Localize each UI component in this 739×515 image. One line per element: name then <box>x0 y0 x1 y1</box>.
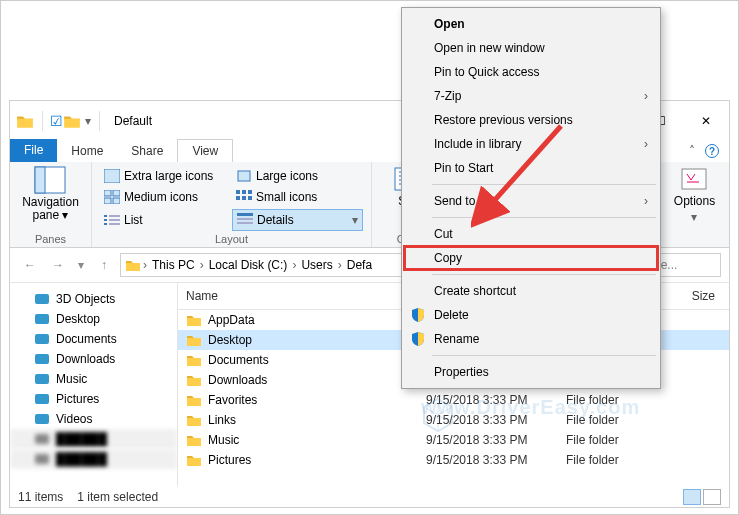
tree-item[interactable]: ██████ <box>10 429 177 449</box>
tab-file[interactable]: File <box>10 139 57 163</box>
folder-icon <box>186 373 202 387</box>
tree-item[interactable]: Downloads <box>10 349 177 369</box>
tree-item[interactable]: Pictures <box>10 389 177 409</box>
svg-rect-4 <box>104 190 111 196</box>
crumb-default[interactable]: Defa <box>344 258 375 272</box>
tree-item[interactable]: 3D Objects <box>10 289 177 309</box>
view-toggle <box>683 489 721 505</box>
navigation-pane-button[interactable]: Navigationpane ▾ <box>22 166 79 222</box>
status-selected: 1 item selected <box>77 490 158 504</box>
folder-icon <box>125 258 141 272</box>
svg-rect-28 <box>35 354 49 364</box>
crumb-users[interactable]: Users <box>298 258 335 272</box>
options-group: Options ▾ <box>659 162 729 247</box>
svg-rect-29 <box>35 374 49 384</box>
svg-rect-26 <box>35 314 49 324</box>
chevron-right-icon: › <box>644 194 648 208</box>
ctx-open[interactable]: Open <box>404 12 658 36</box>
back-button[interactable]: ← <box>18 253 42 277</box>
options-button[interactable]: Options ▾ <box>674 166 715 224</box>
folder-icon[interactable] <box>63 113 81 129</box>
crumb-this-pc[interactable]: This PC <box>149 258 198 272</box>
folder-icon <box>186 393 202 407</box>
separator <box>432 217 656 218</box>
tree-item-label: Documents <box>56 332 117 346</box>
folder-icon <box>186 313 202 327</box>
table-row[interactable]: Pictures9/15/2018 3:33 PMFile folder <box>178 450 729 470</box>
chevron-right-icon[interactable]: › <box>292 258 296 272</box>
svg-rect-22 <box>237 222 253 224</box>
ctx-pin-quick-access[interactable]: Pin to Quick access <box>404 60 658 84</box>
svg-rect-25 <box>35 294 49 304</box>
thumbnails-view-toggle[interactable] <box>703 489 721 505</box>
folder-icon <box>16 113 34 129</box>
file-name: Favorites <box>208 393 257 407</box>
svg-rect-15 <box>104 219 107 221</box>
svg-rect-33 <box>35 454 49 464</box>
svg-rect-14 <box>104 215 107 217</box>
qat-properties-icon[interactable]: ☑ <box>49 114 63 128</box>
tree-panel[interactable]: 3D ObjectsDesktopDocumentsDownloadsMusic… <box>10 283 178 489</box>
tab-home[interactable]: Home <box>57 139 117 163</box>
tree-item[interactable]: Desktop <box>10 309 177 329</box>
col-name[interactable]: Name <box>178 283 418 309</box>
ctx-delete[interactable]: Delete <box>404 303 658 327</box>
ctx-restore[interactable]: Restore previous versions <box>404 108 658 132</box>
ctx-properties[interactable]: Properties <box>404 360 658 384</box>
chevron-right-icon[interactable]: › <box>200 258 204 272</box>
ctx-open-new[interactable]: Open in new window <box>404 36 658 60</box>
ctx-copy[interactable]: Copy <box>404 246 658 270</box>
tree-item-icon <box>34 372 50 386</box>
tree-item[interactable]: Documents <box>10 329 177 349</box>
shield-icon <box>410 307 426 323</box>
col-size[interactable]: Size <box>668 283 729 309</box>
svg-rect-12 <box>242 196 246 200</box>
tree-item-label: Music <box>56 372 87 386</box>
tab-view[interactable]: View <box>177 139 233 163</box>
help-icon[interactable]: ? <box>705 144 719 158</box>
folder-icon <box>186 353 202 367</box>
tree-item-icon <box>34 332 50 346</box>
options-icon <box>679 166 709 192</box>
tree-item[interactable]: Videos <box>10 409 177 429</box>
svg-rect-11 <box>236 196 240 200</box>
ctx-7zip[interactable]: 7-Zip› <box>404 84 658 108</box>
chevron-right-icon[interactable]: › <box>143 258 147 272</box>
chevron-right-icon: › <box>644 137 648 151</box>
tree-item-label: 3D Objects <box>56 292 115 306</box>
forward-button[interactable]: → <box>46 253 70 277</box>
ctx-cut[interactable]: Cut <box>404 222 658 246</box>
ctx-create-shortcut[interactable]: Create shortcut <box>404 279 658 303</box>
layout-group: Extra large icons Large icons Medium ico… <box>92 162 372 247</box>
svg-rect-20 <box>237 213 253 216</box>
layout-small[interactable]: Small icons <box>232 187 363 207</box>
tree-item-icon <box>34 392 50 406</box>
svg-rect-7 <box>113 198 120 204</box>
tab-share[interactable]: Share <box>117 139 177 163</box>
folder-icon <box>186 413 202 427</box>
group-label-panes: Panes <box>35 231 66 245</box>
context-menu: Open Open in new window Pin to Quick acc… <box>401 7 661 389</box>
ctx-rename[interactable]: Rename <box>404 327 658 351</box>
ctx-send-to[interactable]: Send to› <box>404 189 658 213</box>
tree-item-icon <box>34 412 50 426</box>
layout-list[interactable]: List <box>100 209 231 231</box>
recent-dropdown[interactable]: ▾ <box>74 253 88 277</box>
qat-dropdown-icon[interactable]: ▾ <box>83 114 93 128</box>
ribbon-collapse-icon[interactable]: ˄ <box>689 144 695 158</box>
chevron-right-icon[interactable]: › <box>338 258 342 272</box>
close-button[interactable]: ✕ <box>683 106 729 136</box>
ctx-include-library[interactable]: Include in library› <box>404 132 658 156</box>
layout-details[interactable]: Details▾ <box>232 209 363 231</box>
tree-item-icon <box>34 292 50 306</box>
ctx-pin-start[interactable]: Pin to Start <box>404 156 658 180</box>
crumb-local-disk[interactable]: Local Disk (C:) <box>206 258 291 272</box>
details-view-toggle[interactable] <box>683 489 701 505</box>
tree-item[interactable]: Music <box>10 369 177 389</box>
up-button[interactable]: ↑ <box>92 253 116 277</box>
tree-item[interactable]: ██████ <box>10 449 177 469</box>
layout-large[interactable]: Large icons <box>232 166 363 186</box>
layout-extra-large[interactable]: Extra large icons <box>100 166 231 186</box>
svg-rect-24 <box>682 169 706 189</box>
layout-medium[interactable]: Medium icons <box>100 187 231 207</box>
